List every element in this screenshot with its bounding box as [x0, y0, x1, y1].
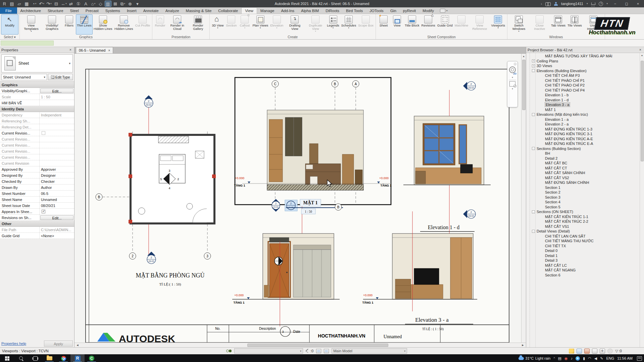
ribbon-button[interactable]: Schedules ▾ — [340, 14, 357, 35]
ribbon-tab[interactable]: pyRevit — [400, 7, 419, 14]
ribbon-tab[interactable]: File — [0, 7, 17, 14]
ribbon-tab[interactable]: Modify — [419, 7, 437, 14]
ribbon-tab[interactable]: Precast — [82, 7, 102, 14]
checkbox[interactable] — [42, 210, 45, 213]
property-row[interactable]: Referencing Det... — [0, 124, 74, 130]
language-indicator[interactable]: ENG — [606, 356, 614, 360]
clock[interactable]: 11:56 AM — [617, 356, 633, 360]
tree-item[interactable]: Detail 3 — [526, 258, 640, 263]
selection-filter[interactable]: ▽ :0 — [615, 349, 622, 353]
drag-elements-icon[interactable] — [600, 349, 605, 354]
expand-icon[interactable]: - — [532, 147, 535, 150]
scrollbar-thumb[interactable] — [247, 344, 388, 347]
property-row[interactable]: Sheet Issue Date 08/20/21 — [0, 203, 74, 209]
ribbon-button[interactable]: Plan Views ▾ — [251, 14, 269, 35]
file-explorer-button[interactable] — [42, 354, 56, 362]
tree-item[interactable]: MẶT CẮT LC — [526, 263, 640, 268]
qat-button[interactable]: ◔ ▾ — [31, 1, 38, 7]
help-dropdown-arrow-icon[interactable]: ▾ — [606, 2, 608, 5]
tree-item[interactable]: MẶT CẮT NGANG — [526, 268, 640, 273]
ribbon-button[interactable]: Thin Lines — [76, 14, 93, 35]
close-button[interactable]: × — [634, 2, 642, 6]
property-row[interactable]: Identity Data — [0, 106, 74, 112]
revit-taskbar-button[interactable] — [70, 354, 85, 362]
ribbon-button[interactable]: Filters — [62, 14, 76, 35]
ribbon-button[interactable]: Elevation ▾ — [269, 14, 284, 35]
expand-icon[interactable]: + — [532, 59, 535, 62]
camtasia-button[interactable] — [85, 354, 99, 362]
canvas-horizontal-scrollbar[interactable]: ◀ ▶ — [75, 343, 526, 347]
design-options-icon[interactable] — [316, 349, 321, 353]
group-label[interactable]: Presentation — [153, 35, 208, 39]
tree-item[interactable]: Section 6 — [526, 273, 640, 278]
zoom-icon[interactable] — [509, 81, 515, 87]
pen-icon[interactable]: ✎ — [600, 356, 603, 361]
tree-item[interactable]: Section 4 — [526, 200, 640, 205]
edit-type-button[interactable]: Edit Type — [48, 74, 73, 80]
ribbon-button[interactable]: Visibility/ Graphics — [42, 14, 62, 35]
properties-help-link[interactable]: Properties help — [1, 342, 26, 346]
tree-item[interactable]: - Sections (ON SHEET) — [526, 209, 640, 214]
ribbon-tab[interactable]: Massing & Site — [183, 7, 215, 14]
tree-item[interactable]: MẶT 1 — [526, 107, 640, 112]
ribbon-button[interactable]: Render Gallery — [188, 14, 208, 35]
property-row[interactable]: Sheet Number 06-5 — [0, 191, 74, 197]
ribbon-tab[interactable]: Gin — [387, 7, 400, 14]
design-options-dropdown[interactable]: Main Model▾ — [332, 348, 407, 354]
browser-scrollbar[interactable]: ▲ — [640, 53, 644, 347]
tablet-mode-icon[interactable]: ▤ — [558, 356, 561, 361]
ribbon-button[interactable]: Render — [153, 14, 167, 35]
qat-button[interactable]: ⌂ ▾ — [90, 1, 97, 7]
group-label[interactable]: Graphics — [21, 35, 151, 39]
microphone-icon[interactable]: ♪ — [571, 356, 573, 360]
minimize-button[interactable]: − — [611, 2, 619, 6]
restore-button[interactable]: ◻ — [623, 2, 631, 6]
ribbon-button[interactable]: Callout ▾ — [238, 14, 251, 35]
property-row[interactable]: Current Revisio... — [0, 148, 74, 154]
ribbon-tab[interactable]: Manage — [257, 7, 278, 14]
property-row[interactable]: Designed By Designer — [0, 172, 74, 178]
ribbon-button[interactable]: Title Block — [404, 14, 420, 35]
exclude-options-icon[interactable] — [324, 349, 329, 353]
tree-item[interactable]: Section 3 — [526, 195, 640, 200]
expand-icon[interactable]: + — [532, 64, 535, 67]
ribbon-button[interactable]: Matchline — [454, 14, 469, 35]
signed-in-user[interactable]: tanglong1411 — [561, 2, 583, 6]
qat-button[interactable]: ① — [75, 1, 82, 7]
expand-icon[interactable]: - — [532, 69, 535, 72]
search-icon[interactable] — [545, 2, 551, 5]
tree-item[interactable]: CHI TIẾT CHỈ ÂM P3 — [526, 73, 640, 78]
qat-button[interactable]: ▾ — [134, 1, 141, 7]
ribbon-button[interactable]: Cut Profile — [134, 14, 151, 35]
property-row[interactable]: Graphics — [0, 82, 74, 88]
ribbon-tab[interactable]: View — [241, 7, 257, 14]
help-icon[interactable]: ? — [599, 2, 603, 6]
ribbon-button[interactable]: Remove Hidden Lines — [113, 14, 134, 35]
group-label[interactable]: Create — [211, 35, 375, 39]
tree-item[interactable]: + 3D Views — [526, 63, 640, 68]
select-underlay-icon[interactable] — [592, 349, 597, 354]
tree-item[interactable]: CHI TIẾT PHÀO CHỈ P4 — [526, 88, 640, 93]
expand-icon[interactable]: - — [532, 230, 535, 233]
property-row[interactable]: Other — [0, 221, 74, 227]
battery-icon[interactable]: ▮ — [583, 356, 585, 361]
apply-button[interactable]: Apply — [44, 341, 73, 347]
worksharing-display-icon[interactable] — [569, 349, 574, 354]
scroll-right-icon[interactable]: ▶ — [521, 344, 525, 347]
expand-icon[interactable]: - — [532, 113, 535, 116]
ribbon-button[interactable]: View — [390, 14, 404, 35]
property-row[interactable]: HM BẢN VẼ — [0, 100, 74, 106]
ribbon-button[interactable]: Show Hidden Lines — [93, 14, 113, 35]
ribbon-button[interactable]: Sheet — [377, 14, 390, 35]
navbar-close-icon[interactable]: × — [514, 63, 516, 65]
tree-item[interactable]: MẶT CẮT BC — [526, 161, 640, 166]
tree-item[interactable]: CHI TIẾT PHÀO CHỈ P2 — [526, 83, 640, 88]
tree-item[interactable]: CHI TIẾT LAN CAN SẮT — [526, 234, 640, 239]
unresolved-references[interactable]: :0 — [306, 349, 313, 353]
ribbon-button[interactable]: Section — [225, 14, 238, 35]
ribbon-button[interactable]: Modify — [1, 14, 18, 35]
qat-button[interactable]: ▦ — [23, 1, 30, 7]
ribbon-tab[interactable]: Insert — [123, 7, 140, 14]
weather-widget[interactable]: 31°C Light rain — [518, 356, 551, 360]
property-row[interactable]: Approved By Approver — [0, 166, 74, 172]
